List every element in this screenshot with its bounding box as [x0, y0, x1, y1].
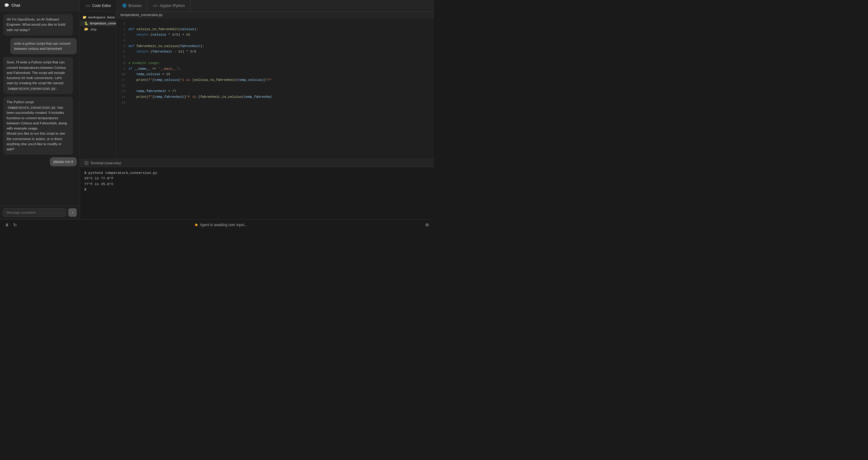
settings-icon: ⚙	[425, 223, 429, 227]
tab-browser[interactable]: 🌐 Browser	[117, 0, 147, 11]
pause-button[interactable]: ⏸	[4, 222, 10, 228]
refresh-button[interactable]: ↻	[13, 222, 18, 228]
file-tree-header: 📁 workspace_base ↻ ☁ ❮	[80, 14, 116, 21]
code-editor-icon: </>	[86, 4, 90, 7]
terminal-area: ⬛ Terminal (read-only) $ python3 tempera…	[80, 159, 434, 219]
editor-filename: temperature_conversion.py	[116, 11, 434, 19]
file-icon-py: 🐍	[84, 22, 89, 25]
chat-title: Chat	[11, 3, 20, 7]
right-panel: </> Code Editor 🌐 Browser </> Jupyter IP…	[80, 0, 434, 219]
chat-header: 💬 Chat	[0, 0, 80, 11]
terminal-line-5: $	[84, 187, 430, 192]
tab-bar: </> Code Editor 🌐 Browser </> Jupyter IP…	[80, 0, 434, 11]
code-line-3: return (celsius * 9/5) + 32	[128, 32, 434, 38]
folder-name-tmp: .tmp	[90, 28, 96, 31]
folder-icon: 📁	[83, 15, 87, 19]
status-text: Agent is awaiting user input...	[200, 223, 247, 227]
code-line-14: print(f"{temp_fahrenheit}°F is {fahrenhe…	[128, 94, 434, 100]
code-line-5: def fahrenheit_to_celsius(fahrenheit):	[128, 43, 434, 49]
chat-icon: 💬	[4, 3, 9, 7]
workspace-name: workspace_base	[88, 15, 115, 19]
terminal-icon: ⬛	[84, 161, 89, 165]
code-line-9: if __name__ == '__main__':	[128, 66, 434, 72]
file-tree-folder-tmp[interactable]: 📂 .tmp	[80, 26, 116, 32]
tab-code-editor[interactable]: </> Code Editor	[80, 0, 117, 11]
send-button[interactable]: ↑	[68, 208, 77, 217]
chat-input[interactable]	[3, 208, 66, 217]
message-user-2: please run it	[50, 157, 77, 166]
message-ai-2: Sure, I'll write a Python script that ca…	[3, 57, 73, 94]
code-line-7	[128, 55, 434, 60]
code-line-4	[128, 38, 434, 43]
tab-code-editor-label: Code Editor	[92, 4, 111, 8]
code-editor: temperature_conversion.py 1 2 3 4 5 6 7 …	[116, 11, 434, 159]
message-ai-2-text: Sure, I'll write a Python script that ca…	[7, 60, 66, 90]
code-line-12	[128, 83, 434, 89]
code-line-1	[128, 21, 434, 27]
settings-button[interactable]: ⚙	[425, 222, 430, 228]
message-user-1: write a python script that can convert b…	[10, 38, 77, 55]
chat-input-area: ↑	[0, 205, 80, 219]
browser-icon: 🌐	[122, 4, 127, 7]
file-tree: 📁 workspace_base ↻ ☁ ❮ 🐍 temperature_con…	[80, 11, 116, 159]
code-line-11: print(f"{temp_celsius}°C is {celsius_to_…	[128, 77, 434, 83]
terminal-line-1: $ python3 temperature_conversion.py	[84, 170, 430, 176]
terminal-line-3: 77°F is 25.0°C	[84, 182, 430, 187]
terminal-line-2: 25°C is 77.0°F	[84, 176, 430, 181]
bottom-bar: ⏸ ↻ Agent is awaiting user input... ⚙	[0, 219, 434, 230]
chat-messages: Hi! I'm OpenDevin, an AI Software Engine…	[0, 11, 80, 205]
terminal-title: Terminal (read-only)	[90, 161, 121, 165]
code-line-10: temp_celsius = 25	[128, 71, 434, 77]
file-tree-item-py[interactable]: 🐍 temperature_conversion.py	[80, 21, 116, 26]
status-dot	[195, 224, 197, 226]
pause-icon: ⏸	[5, 223, 9, 227]
code-line-8: # Example usage:	[128, 60, 434, 66]
tab-jupyter-label: Jupyter IPython	[159, 4, 185, 8]
editor-area: 📁 workspace_base ↻ ☁ ❮ 🐍 temperature_con…	[80, 11, 434, 159]
message-ai-3: The Python script temperature_conversion…	[3, 97, 73, 155]
line-numbers: 1 2 3 4 5 6 7 8 9 10 11 12 13 14	[116, 19, 128, 108]
code-line-2: def celsius_to_fahrenheit(celsius):	[128, 27, 434, 32]
message-user-1-text: write a python script that can convert b…	[14, 42, 70, 51]
terminal-content: $ python3 temperature_conversion.py 25°C…	[80, 167, 434, 219]
tab-browser-label: Browser	[128, 4, 142, 8]
tab-jupyter[interactable]: </> Jupyter IPython	[147, 0, 190, 11]
message-ai-1: Hi! I'm OpenDevin, an AI Software Engine…	[3, 14, 73, 36]
jupyter-icon: </>	[153, 4, 158, 7]
code-line-15	[128, 100, 434, 106]
send-icon: ↑	[71, 210, 74, 215]
message-ai-1-text: Hi! I'm OpenDevin, an AI Software Engine…	[7, 18, 65, 32]
terminal-header: ⬛ Terminal (read-only)	[80, 159, 434, 167]
code-line-13: temp_fahrenheit = 77	[128, 89, 434, 94]
bottom-left-controls: ⏸ ↻	[4, 222, 18, 228]
code-line-6: return (fahrenheit - 32) * 5/9	[128, 49, 434, 55]
message-user-2-text: please run it	[54, 160, 73, 164]
chat-panel: 💬 Chat Hi! I'm OpenDevin, an AI Software…	[0, 0, 80, 219]
bottom-right-controls: ⚙	[425, 222, 430, 228]
code-content: def celsius_to_fahrenheit(celsius): retu…	[128, 19, 434, 108]
refresh-icon: ↻	[13, 223, 17, 227]
code-lines: 1 2 3 4 5 6 7 8 9 10 11 12 13 14	[116, 19, 434, 108]
message-ai-3-text: The Python script temperature_conversion…	[7, 100, 67, 151]
folder-icon-tmp: 📂	[84, 27, 89, 31]
